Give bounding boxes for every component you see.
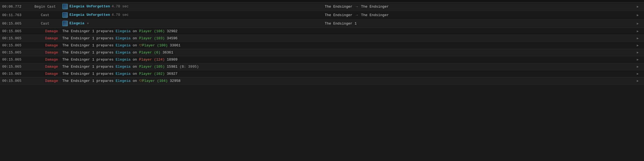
cell-source-target: [323, 35, 631, 42]
expand-arrow-icon: ▶: [637, 44, 639, 47]
inline-ability-name: Elegeia: [116, 58, 131, 62]
message-text: The Endsinger 1 prepares: [62, 29, 116, 33]
cell-source-target: [323, 56, 631, 63]
expand-button[interactable]: ▶: [631, 35, 644, 42]
expand-button[interactable]: ▶: [631, 77, 644, 85]
cell-time: 00:15.065: [0, 28, 30, 35]
expand-arrow-icon: ▶: [637, 5, 639, 9]
event-rows: 00:06.772Begin CastElegeia Unforgotten4.…: [0, 2, 644, 85]
message-text: The Endsinger 1 prepares: [62, 79, 116, 83]
header-type: [30, 0, 60, 2]
cell-type: Cast: [30, 11, 60, 19]
ability-icon: [62, 4, 68, 9]
expand-arrow-icon: ▶: [637, 37, 639, 40]
cell-ability: The Endsinger 1 prepares Elegeia on Play…: [60, 49, 323, 56]
player-name-green: Player (104): [142, 79, 168, 83]
message-text: 32902: [165, 29, 178, 33]
expand-arrow-icon: ▶: [637, 29, 639, 33]
player-name-green: Player (102): [139, 72, 165, 76]
message-text: on: [131, 36, 139, 40]
expand-arrow-icon: ▶: [637, 72, 639, 76]
source-name: The Endsinger: [325, 13, 355, 17]
message-text: 33061: [168, 43, 181, 47]
player-name-green: Player (103): [139, 36, 165, 40]
message-text: 36927: [165, 72, 178, 76]
message-text: on: [131, 72, 139, 76]
expand-button[interactable]: ▶: [631, 28, 644, 35]
table-header: [0, 0, 644, 2]
message-text: on: [131, 65, 139, 69]
target-name: The Endsinger: [359, 5, 389, 9]
cast-time-text: 4.70 sec: [112, 13, 128, 17]
blocked-amount: (B: 3995): [180, 65, 199, 69]
cell-time: 00:15.065: [0, 70, 30, 77]
cell-source-target: [323, 42, 631, 49]
cell-time: 00:06.772: [0, 2, 30, 11]
message-text: The Endsinger 1 prepares: [62, 65, 116, 69]
cell-time: 00:15.065: [0, 42, 30, 49]
message-text: The Endsinger 1 prepares: [62, 50, 116, 55]
ability-name-text: Elegeia Unforgotten: [69, 13, 110, 17]
message-text: 15981: [165, 65, 180, 69]
header-ability: [60, 0, 323, 2]
header-expand: [631, 0, 644, 2]
dropdown-arrow-icon[interactable]: ▼: [86, 22, 89, 25]
arrow-icon: →: [356, 13, 358, 17]
inline-ability-name: Elegeia: [116, 50, 131, 55]
inline-ability-name: Elegeia: [116, 79, 131, 83]
expand-arrow-icon: ▶: [637, 79, 639, 83]
message-text: on: [131, 79, 139, 83]
cell-time: 00:15.065: [0, 77, 30, 85]
ability-name-text: Elegeia: [69, 21, 84, 25]
expand-button[interactable]: ▶: [631, 70, 644, 77]
table-row: 00:15.065DamageThe Endsinger 1 prepares …: [0, 42, 644, 49]
table-row: 00:15.065DamageThe Endsinger 1 prepares …: [0, 56, 644, 63]
cell-ability: The Endsinger 1 prepares Elegeia on 🛡Pla…: [60, 77, 323, 85]
cell-type: Begin Cast: [30, 2, 60, 11]
cell-source-target: [323, 28, 631, 35]
shield-indicator: 🛡: [139, 44, 142, 47]
table-row: 00:15.065CastElegeia ▼The Endsinger 1▶: [0, 19, 644, 28]
message-text: on: [131, 29, 139, 33]
message-text: 18909: [165, 58, 178, 62]
cell-source-target: [323, 49, 631, 56]
cell-source-target: [323, 77, 631, 85]
expand-button[interactable]: ▶: [631, 56, 644, 63]
player-name-green: Player (105): [139, 65, 165, 69]
ability-icon: [62, 21, 68, 26]
cell-type: Damage: [30, 42, 60, 49]
player-name-green: Player (6): [139, 50, 160, 55]
cell-ability: The Endsinger 1 prepares Elegeia on Play…: [60, 70, 323, 77]
expand-button[interactable]: ▶: [631, 19, 644, 28]
cell-ability: The Endsinger 1 prepares Elegeia on Play…: [60, 28, 323, 35]
expand-button[interactable]: ▶: [631, 2, 644, 11]
shield-indicator: 🛡: [139, 79, 142, 83]
player-name-red: Player (124): [139, 58, 165, 62]
expand-button[interactable]: ▶: [631, 49, 644, 56]
inline-ability-name: Elegeia: [116, 65, 131, 69]
expand-button[interactable]: ▶: [631, 11, 644, 19]
expand-arrow-icon: ▶: [637, 58, 639, 62]
expand-arrow-icon: ▶: [637, 51, 639, 55]
cell-type: Damage: [30, 77, 60, 85]
inline-ability-name: Elegeia: [116, 29, 131, 33]
cell-type: Damage: [30, 49, 60, 56]
cell-time: 00:15.065: [0, 56, 30, 63]
table-row: 00:15.065DamageThe Endsinger 1 prepares …: [0, 35, 644, 42]
cell-type: Damage: [30, 28, 60, 35]
table-row: 00:15.065DamageThe Endsinger 1 prepares …: [0, 63, 644, 70]
cell-type: Damage: [30, 70, 60, 77]
cell-ability: The Endsinger 1 prepares Elegeia on Play…: [60, 35, 323, 42]
header-source-target: [323, 0, 631, 2]
message-text: The Endsinger 1 prepares: [62, 36, 116, 40]
cell-source-target: [323, 63, 631, 70]
cell-time: 00:15.065: [0, 35, 30, 42]
expand-button[interactable]: ▶: [631, 42, 644, 49]
expand-button[interactable]: ▶: [631, 63, 644, 70]
arrow-icon: →: [356, 5, 358, 9]
cell-source-target: [323, 70, 631, 77]
player-name-green: Player (100): [142, 43, 168, 47]
message-text: The Endsinger 1 prepares: [62, 58, 116, 62]
cell-type: Cast: [30, 19, 60, 28]
inline-ability-name: Elegeia: [116, 36, 131, 40]
